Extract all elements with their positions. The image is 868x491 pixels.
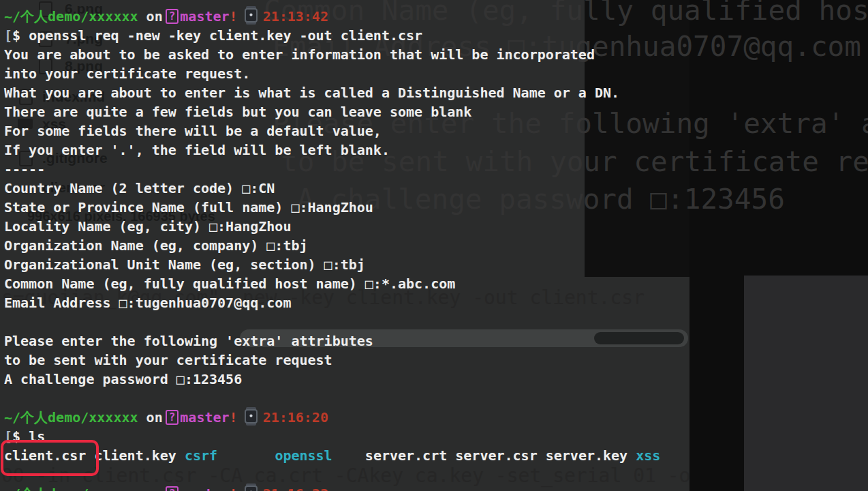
watch-icon (245, 8, 258, 23)
prompt-timestamp: 21:16:33 (263, 486, 328, 491)
prompt-path: ~/个人demo/xxxxxx (4, 409, 138, 426)
output-line: Email Address □:tugenhua0707@qq.com (4, 293, 291, 312)
output-line: For some fields there will be a default … (4, 121, 382, 140)
client-csr-highlight-annotation (1, 440, 99, 476)
branch-dirty-flag: ! (230, 8, 238, 25)
screenshot-root: { "colors": { "terminal_bg": "#2b2c2c", … (0, 0, 868, 491)
prompt-on-word: on (146, 409, 163, 426)
ls-directory: openssl (275, 447, 332, 464)
prompt-on-word: on (146, 486, 163, 491)
git-branch-icon: ? (166, 410, 179, 425)
output-line: Common Name (eg, fully qualified host na… (4, 274, 455, 293)
output-line: Country Name (2 letter code) □:CN (4, 179, 275, 198)
branch-name: master (180, 409, 229, 426)
terminal-text-layer: ~/个人demo/xxxxxx on?master!21:13:42 [$ op… (0, 0, 689, 491)
ls-directory: xss (636, 447, 660, 464)
watch-icon (245, 409, 258, 423)
output-line: You are about to be asked to enter infor… (4, 45, 595, 64)
output-line: There are quite a few fields but you can… (4, 102, 471, 121)
background-window-strip (744, 276, 868, 491)
branch-name: master (180, 8, 229, 25)
command-line: [$ openssl req -new -key client.key -out… (4, 26, 422, 45)
output-line: What you are about to enter is what is c… (4, 83, 619, 102)
prompt-on (138, 8, 146, 25)
output-line: Organizational Unit Name (eg, section) □… (4, 255, 365, 274)
git-branch-icon: ? (166, 486, 179, 491)
output-line: Please enter the following 'extra' attri… (4, 331, 373, 351)
prompt-path: ~/个人demo/xxxxxx (4, 8, 138, 25)
ls-gap (217, 447, 275, 464)
output-line: A challenge password □:123456 (4, 370, 242, 389)
prompt-timestamp: 21:13:42 (263, 8, 328, 25)
output-line: into your certificate request. (4, 64, 250, 83)
prompt-path: ~/个人demo/xxxxxx (4, 486, 138, 491)
output-line: Organization Name (eg, company) □:tbj (4, 236, 308, 255)
prompt-line: ~/个人demo/xxxxxx on?master!21:16:20 (4, 408, 328, 427)
ls-directory: csrf (185, 447, 217, 464)
ls-files: server.crt server.csr server.key (332, 447, 636, 464)
output-line: to be sent with your certificate request (4, 351, 332, 370)
output-line: If you enter '.', the field will be left… (4, 140, 390, 160)
prompt-line: ~/个人demo/xxxxxx on?master!21:13:42 (4, 7, 328, 26)
prompt-on (138, 409, 146, 426)
git-branch-icon: ? (166, 9, 179, 24)
output-separator: ----- (4, 160, 45, 179)
prompt-marker: [ (4, 27, 12, 44)
branch-name: master (180, 486, 229, 491)
command-text: $ openssl req -new -key client.key -out … (12, 27, 422, 44)
branch-dirty-flag: ! (230, 409, 238, 426)
prompt-timestamp: 21:16:20 (263, 409, 328, 426)
prompt-on (138, 486, 146, 491)
ls-output-row: client.csr client.key csrf openssl serve… (4, 446, 660, 465)
branch-dirty-flag: ! (230, 486, 238, 491)
prompt-on-word: on (146, 8, 163, 25)
output-line: State or Province Name (full name) □:Han… (4, 198, 373, 217)
prompt-line-clipped: ~/个人demo/xxxxxx on?master!21:16:33 (4, 484, 328, 491)
output-line: Locality Name (eg, city) □:HangZhou (4, 217, 291, 236)
watch-icon (245, 486, 258, 491)
